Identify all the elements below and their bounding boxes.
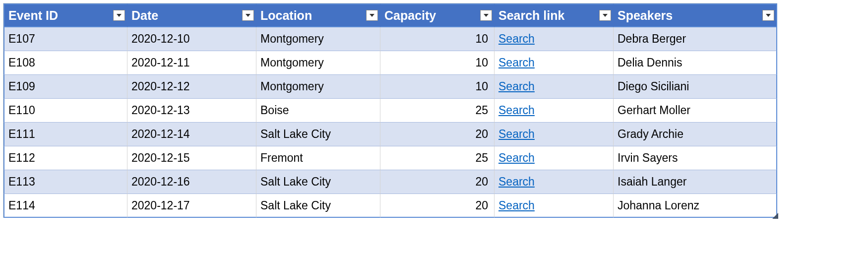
cell-date[interactable]: 2020-12-16 [127, 170, 256, 194]
cell-location[interactable]: Montgomery [256, 27, 380, 51]
table-row[interactable]: E1072020-12-10Montgomery10Search Debra B… [3, 27, 777, 51]
table-row[interactable]: E1102020-12-13Boise25Search Gerhart Moll… [3, 99, 777, 123]
cell-date[interactable]: 2020-12-14 [127, 123, 256, 146]
cell-location[interactable]: Fremont [256, 146, 380, 170]
cell-speakers[interactable]: Diego Siciliani [614, 75, 777, 99]
cell-speakers-value: Debra Berger [618, 32, 686, 45]
search-link[interactable]: Search [498, 80, 535, 93]
cell-location[interactable]: Montgomery [256, 75, 380, 99]
cell-event-id[interactable]: E107 [3, 27, 127, 51]
search-link[interactable]: Search [498, 32, 535, 45]
header-speakers[interactable]: Speakers [614, 3, 777, 27]
chevron-down-icon [484, 14, 489, 17]
cell-speakers[interactable]: Irvin Sayers [614, 146, 777, 170]
cell-speakers[interactable]: Grady Archie [614, 123, 777, 146]
table-row[interactable]: E1082020-12-11Montgomery10Search Delia D… [3, 51, 777, 75]
cell-search-link[interactable]: Search [495, 99, 614, 123]
cell-speakers-value: Isaiah Langer [618, 175, 686, 188]
cell-capacity-value: 20 [475, 175, 488, 188]
cell-speakers-value: Gerhart Moller [618, 104, 690, 117]
table-row[interactable]: E1112020-12-14Salt Lake City20Search Gra… [3, 123, 777, 146]
cell-location-value: Montgomery [260, 56, 324, 69]
cell-event-id-value: E107 [8, 32, 35, 45]
cell-capacity[interactable]: 25 [380, 99, 495, 123]
cell-event-id[interactable]: E110 [3, 99, 127, 123]
cell-capacity-value: 25 [475, 151, 488, 164]
cell-speakers[interactable]: Gerhart Moller [614, 99, 777, 123]
cell-speakers[interactable]: Johanna Lorenz [614, 194, 777, 218]
cell-capacity[interactable]: 20 [380, 170, 495, 194]
cell-location-value: Fremont [260, 151, 303, 164]
cell-event-id[interactable]: E111 [3, 123, 127, 146]
cell-search-link[interactable]: Search [495, 146, 614, 170]
cell-capacity-value: 25 [475, 104, 488, 117]
cell-event-id[interactable]: E108 [3, 51, 127, 75]
cell-search-link[interactable]: Search [495, 170, 614, 194]
header-label: Date [131, 8, 158, 22]
search-link[interactable]: Search [498, 104, 535, 117]
cell-capacity[interactable]: 20 [380, 194, 495, 218]
cell-search-link[interactable]: Search [495, 123, 614, 146]
cell-search-link[interactable]: Search [495, 194, 614, 218]
spreadsheet-table-region: Event ID Date Location [3, 3, 777, 218]
cell-capacity[interactable]: 10 [380, 27, 495, 51]
header-label: Speakers [618, 8, 673, 22]
cell-location-value: Montgomery [260, 80, 324, 93]
cell-date[interactable]: 2020-12-11 [127, 51, 256, 75]
cell-event-id[interactable]: E113 [3, 170, 127, 194]
cell-date-value: 2020-12-15 [131, 151, 190, 164]
filter-dropdown-date[interactable] [242, 10, 254, 21]
cell-capacity[interactable]: 10 [380, 51, 495, 75]
cell-location[interactable]: Boise [256, 99, 380, 123]
search-link[interactable]: Search [498, 128, 535, 140]
header-event-id[interactable]: Event ID [3, 3, 127, 27]
table-row[interactable]: E1092020-12-12Montgomery10Search Diego S… [3, 75, 777, 99]
cell-search-link[interactable]: Search [495, 75, 614, 99]
cell-date[interactable]: 2020-12-10 [127, 27, 256, 51]
cell-location-value: Salt Lake City [260, 175, 331, 188]
header-date[interactable]: Date [127, 3, 256, 27]
filter-dropdown-capacity[interactable] [480, 10, 492, 21]
table-row[interactable]: E1132020-12-16Salt Lake City20Search Isa… [3, 170, 777, 194]
header-capacity[interactable]: Capacity [380, 3, 495, 27]
table-row[interactable]: E1142020-12-17Salt Lake City20Search Joh… [3, 194, 777, 218]
cell-capacity-value: 10 [475, 56, 488, 69]
search-link[interactable]: Search [498, 175, 535, 188]
cell-date-value: 2020-12-14 [131, 128, 190, 140]
cell-search-link[interactable]: Search [495, 27, 614, 51]
cell-speakers-value: Diego Siciliani [618, 80, 689, 93]
cell-date[interactable]: 2020-12-17 [127, 194, 256, 218]
cell-location[interactable]: Salt Lake City [256, 170, 380, 194]
cell-date-value: 2020-12-13 [131, 104, 190, 117]
search-link[interactable]: Search [498, 199, 535, 212]
cell-location[interactable]: Montgomery [256, 51, 380, 75]
cell-event-id-value: E112 [8, 151, 35, 164]
cell-capacity[interactable]: 20 [380, 123, 495, 146]
cell-date[interactable]: 2020-12-12 [127, 75, 256, 99]
header-location[interactable]: Location [256, 3, 380, 27]
cell-event-id[interactable]: E112 [3, 146, 127, 170]
cell-location[interactable]: Salt Lake City [256, 123, 380, 146]
cell-speakers[interactable]: Debra Berger [614, 27, 777, 51]
cell-speakers[interactable]: Isaiah Langer [614, 170, 777, 194]
cell-date[interactable]: 2020-12-13 [127, 99, 256, 123]
table-resize-handle[interactable] [772, 213, 778, 219]
cell-event-id-value: E111 [8, 128, 35, 140]
filter-dropdown-search-link[interactable] [599, 10, 611, 21]
cell-event-id[interactable]: E109 [3, 75, 127, 99]
search-link[interactable]: Search [498, 56, 535, 69]
filter-dropdown-speakers[interactable] [762, 10, 774, 21]
search-link[interactable]: Search [498, 151, 535, 164]
cell-speakers[interactable]: Delia Dennis [614, 51, 777, 75]
cell-capacity[interactable]: 10 [380, 75, 495, 99]
cell-date[interactable]: 2020-12-15 [127, 146, 256, 170]
cell-location[interactable]: Salt Lake City [256, 194, 380, 218]
table-row[interactable]: E1122020-12-15Fremont25Search Irvin Saye… [3, 146, 777, 170]
cell-search-link[interactable]: Search [495, 51, 614, 75]
filter-dropdown-event-id[interactable] [113, 10, 125, 21]
filter-dropdown-location[interactable] [366, 10, 378, 21]
cell-capacity[interactable]: 25 [380, 146, 495, 170]
cell-event-id[interactable]: E114 [3, 194, 127, 218]
chevron-down-icon [603, 14, 608, 17]
header-search-link[interactable]: Search link [495, 3, 614, 27]
